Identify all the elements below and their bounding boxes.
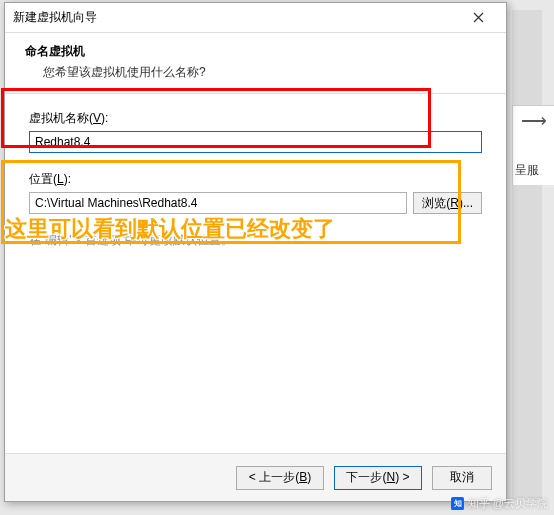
location-row: 浏览(R)...: [29, 192, 482, 214]
bg-text: 呈服: [515, 162, 552, 179]
browse-button[interactable]: 浏览(R)...: [413, 192, 482, 214]
back-button[interactable]: < 上一步(B): [236, 466, 324, 490]
wizard-footer: < 上一步(B) 下一步(N) > 取消: [5, 453, 506, 501]
header-subtitle: 您希望该虚拟机使用什么名称?: [43, 64, 486, 81]
titlebar: 新建虚拟机向导: [5, 3, 506, 33]
bg-symbol: ⟶: [515, 110, 552, 132]
window-title: 新建虚拟机向导: [13, 9, 458, 26]
vm-location-group: 位置(L): 浏览(R)...: [29, 171, 482, 214]
next-button[interactable]: 下一步(N) >: [334, 466, 422, 490]
annotation-text: 这里可以看到默认位置已经改变了: [5, 214, 335, 244]
wizard-header: 命名虚拟机 您希望该虚拟机使用什么名称?: [5, 33, 506, 94]
wizard-content: 虚拟机名称(V): 位置(L): 浏览(R)... 在"编辑">"首选项"中可更…: [5, 94, 506, 453]
close-button[interactable]: [458, 4, 498, 32]
vm-location-label: 位置(L):: [29, 171, 482, 188]
vm-name-input[interactable]: [29, 131, 482, 153]
watermark: 知 知乎 @云贝学院: [451, 496, 548, 511]
svg-text:知: 知: [452, 499, 461, 508]
vm-name-label: 虚拟机名称(V):: [29, 110, 482, 127]
zhihu-icon: 知: [451, 497, 464, 510]
background-shadow: [512, 10, 542, 500]
watermark-text: 知乎 @云贝学院: [468, 496, 548, 511]
close-icon: [473, 12, 484, 23]
vm-location-input[interactable]: [29, 192, 407, 214]
cancel-button[interactable]: 取消: [432, 466, 492, 490]
wizard-dialog: 新建虚拟机向导 命名虚拟机 您希望该虚拟机使用什么名称? 虚拟机名称(V): 位…: [4, 2, 507, 502]
header-title: 命名虚拟机: [25, 43, 486, 60]
vm-name-group: 虚拟机名称(V):: [29, 110, 482, 153]
background-window-fragment: ⟶ 呈服: [512, 105, 554, 185]
